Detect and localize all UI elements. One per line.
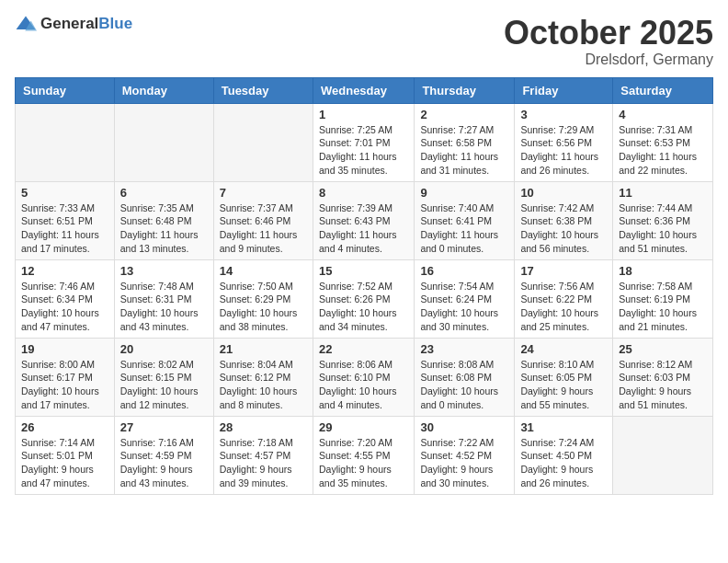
day-info: Sunrise: 8:02 AM Sunset: 6:15 PM Dayligh… — [120, 358, 208, 412]
day-number: 21 — [220, 342, 307, 356]
day-number: 11 — [619, 186, 707, 200]
day-number: 24 — [520, 342, 607, 356]
day-number: 15 — [319, 264, 408, 278]
day-info: Sunrise: 7:25 AM Sunset: 7:01 PM Dayligh… — [319, 123, 408, 178]
day-number: 20 — [120, 342, 208, 356]
cell-week2-day2: 7Sunrise: 7:37 AM Sunset: 6:46 PM Daylig… — [213, 181, 313, 259]
day-info: Sunrise: 8:04 AM Sunset: 6:12 PM Dayligh… — [220, 358, 307, 412]
calendar-table: Sunday Monday Tuesday Wednesday Thursday… — [15, 77, 713, 495]
cell-week4-day2: 21Sunrise: 8:04 AM Sunset: 6:12 PM Dayli… — [213, 338, 313, 416]
cell-week5-day6 — [613, 416, 713, 494]
day-info: Sunrise: 8:10 AM Sunset: 6:05 PM Dayligh… — [520, 358, 607, 412]
day-info: Sunrise: 7:42 AM Sunset: 6:38 PM Dayligh… — [520, 201, 607, 256]
cell-week1-day2 — [213, 103, 313, 181]
day-number: 13 — [120, 264, 208, 278]
week-row-4: 19Sunrise: 8:00 AM Sunset: 6:17 PM Dayli… — [16, 338, 713, 416]
cell-week5-day3: 29Sunrise: 7:20 AM Sunset: 4:55 PM Dayli… — [313, 416, 414, 494]
logo-text: GeneralBlue — [40, 16, 132, 33]
cell-week2-day5: 10Sunrise: 7:42 AM Sunset: 6:38 PM Dayli… — [515, 181, 613, 259]
cell-week1-day1 — [114, 103, 213, 181]
day-info: Sunrise: 7:44 AM Sunset: 6:36 PM Dayligh… — [619, 201, 707, 256]
day-info: Sunrise: 7:22 AM Sunset: 4:52 PM Dayligh… — [420, 436, 508, 490]
day-info: Sunrise: 7:20 AM Sunset: 4:55 PM Dayligh… — [319, 436, 408, 490]
day-number: 19 — [21, 342, 108, 356]
day-info: Sunrise: 7:52 AM Sunset: 6:26 PM Dayligh… — [319, 280, 408, 334]
day-info: Sunrise: 8:00 AM Sunset: 6:17 PM Dayligh… — [21, 358, 108, 412]
cell-week3-day5: 17Sunrise: 7:56 AM Sunset: 6:22 PM Dayli… — [515, 259, 613, 338]
day-number: 29 — [319, 420, 408, 434]
location-title: Drelsdorf, Germany — [504, 52, 713, 68]
cell-week1-day6: 4Sunrise: 7:31 AM Sunset: 6:53 PM Daylig… — [613, 103, 713, 181]
day-info: Sunrise: 7:16 AM Sunset: 4:59 PM Dayligh… — [120, 436, 208, 490]
day-info: Sunrise: 7:18 AM Sunset: 4:57 PM Dayligh… — [220, 436, 307, 490]
day-number: 12 — [21, 264, 108, 278]
cell-week5-day2: 28Sunrise: 7:18 AM Sunset: 4:57 PM Dayli… — [213, 416, 313, 494]
day-number: 23 — [420, 342, 508, 356]
day-number: 1 — [319, 108, 408, 121]
day-info: Sunrise: 7:40 AM Sunset: 6:41 PM Dayligh… — [420, 201, 508, 256]
day-number: 27 — [120, 420, 208, 434]
day-info: Sunrise: 7:31 AM Sunset: 6:53 PM Dayligh… — [619, 123, 707, 178]
day-info: Sunrise: 8:12 AM Sunset: 6:03 PM Dayligh… — [619, 358, 707, 412]
day-info: Sunrise: 7:48 AM Sunset: 6:31 PM Dayligh… — [120, 280, 208, 334]
day-number: 9 — [420, 186, 508, 200]
day-number: 4 — [619, 108, 707, 121]
logo: GeneralBlue — [15, 15, 132, 33]
cell-week4-day6: 25Sunrise: 8:12 AM Sunset: 6:03 PM Dayli… — [613, 338, 713, 416]
cell-week2-day6: 11Sunrise: 7:44 AM Sunset: 6:36 PM Dayli… — [613, 181, 713, 259]
day-info: Sunrise: 7:29 AM Sunset: 6:56 PM Dayligh… — [520, 123, 607, 178]
header-saturday: Saturday — [613, 77, 713, 103]
cell-week3-day1: 13Sunrise: 7:48 AM Sunset: 6:31 PM Dayli… — [114, 259, 213, 338]
logo-blue: Blue — [98, 15, 132, 32]
day-info: Sunrise: 8:06 AM Sunset: 6:10 PM Dayligh… — [319, 358, 408, 412]
cell-week5-day5: 31Sunrise: 7:24 AM Sunset: 4:50 PM Dayli… — [515, 416, 613, 494]
cell-week4-day4: 23Sunrise: 8:08 AM Sunset: 6:08 PM Dayli… — [415, 338, 515, 416]
cell-week5-day1: 27Sunrise: 7:16 AM Sunset: 4:59 PM Dayli… — [114, 416, 213, 494]
cell-week1-day5: 3Sunrise: 7:29 AM Sunset: 6:56 PM Daylig… — [515, 103, 613, 181]
title-area: October 2025 Drelsdorf, Germany — [504, 15, 713, 68]
day-info: Sunrise: 8:08 AM Sunset: 6:08 PM Dayligh… — [420, 358, 508, 412]
week-row-2: 5Sunrise: 7:33 AM Sunset: 6:51 PM Daylig… — [16, 181, 713, 259]
cell-week3-day4: 16Sunrise: 7:54 AM Sunset: 6:24 PM Dayli… — [415, 259, 515, 338]
day-number: 7 — [220, 186, 307, 200]
day-info: Sunrise: 7:54 AM Sunset: 6:24 PM Dayligh… — [420, 280, 508, 334]
calendar-body: 1Sunrise: 7:25 AM Sunset: 7:01 PM Daylig… — [16, 103, 713, 494]
day-number: 18 — [619, 264, 707, 278]
day-number: 16 — [420, 264, 508, 278]
day-number: 31 — [520, 420, 607, 434]
header-tuesday: Tuesday — [213, 77, 313, 103]
day-number: 6 — [120, 186, 208, 200]
day-number: 5 — [21, 186, 108, 200]
cell-week3-day0: 12Sunrise: 7:46 AM Sunset: 6:34 PM Dayli… — [16, 259, 115, 338]
day-info: Sunrise: 7:37 AM Sunset: 6:46 PM Dayligh… — [220, 201, 307, 256]
cell-week3-day6: 18Sunrise: 7:58 AM Sunset: 6:19 PM Dayli… — [613, 259, 713, 338]
cell-week2-day1: 6Sunrise: 7:35 AM Sunset: 6:48 PM Daylig… — [114, 181, 213, 259]
cell-week2-day4: 9Sunrise: 7:40 AM Sunset: 6:41 PM Daylig… — [415, 181, 515, 259]
header-monday: Monday — [114, 77, 213, 103]
cell-week5-day4: 30Sunrise: 7:22 AM Sunset: 4:52 PM Dayli… — [415, 416, 515, 494]
weekday-header-row: Sunday Monday Tuesday Wednesday Thursday… — [16, 77, 713, 103]
cell-week1-day3: 1Sunrise: 7:25 AM Sunset: 7:01 PM Daylig… — [313, 103, 414, 181]
day-number: 14 — [220, 264, 307, 278]
day-number: 30 — [420, 420, 508, 434]
cell-week2-day0: 5Sunrise: 7:33 AM Sunset: 6:51 PM Daylig… — [16, 181, 115, 259]
cell-week3-day2: 14Sunrise: 7:50 AM Sunset: 6:29 PM Dayli… — [213, 259, 313, 338]
week-row-1: 1Sunrise: 7:25 AM Sunset: 7:01 PM Daylig… — [16, 103, 713, 181]
logo-icon — [15, 15, 37, 33]
day-number: 22 — [319, 342, 408, 356]
day-info: Sunrise: 7:33 AM Sunset: 6:51 PM Dayligh… — [21, 201, 108, 256]
cell-week4-day0: 19Sunrise: 8:00 AM Sunset: 6:17 PM Dayli… — [16, 338, 115, 416]
header: GeneralBlue October 2025 Drelsdorf, Germ… — [15, 15, 713, 68]
day-number: 28 — [220, 420, 307, 434]
cell-week4-day3: 22Sunrise: 8:06 AM Sunset: 6:10 PM Dayli… — [313, 338, 414, 416]
day-info: Sunrise: 7:14 AM Sunset: 5:01 PM Dayligh… — [21, 436, 108, 490]
day-info: Sunrise: 7:58 AM Sunset: 6:19 PM Dayligh… — [619, 280, 707, 334]
day-number: 10 — [520, 186, 607, 200]
day-info: Sunrise: 7:35 AM Sunset: 6:48 PM Dayligh… — [120, 201, 208, 256]
day-info: Sunrise: 7:24 AM Sunset: 4:50 PM Dayligh… — [520, 436, 607, 490]
day-info: Sunrise: 7:50 AM Sunset: 6:29 PM Dayligh… — [220, 280, 307, 334]
cell-week4-day1: 20Sunrise: 8:02 AM Sunset: 6:15 PM Dayli… — [114, 338, 213, 416]
month-title: October 2025 — [504, 15, 713, 52]
day-info: Sunrise: 7:56 AM Sunset: 6:22 PM Dayligh… — [520, 280, 607, 334]
cell-week5-day0: 26Sunrise: 7:14 AM Sunset: 5:01 PM Dayli… — [16, 416, 115, 494]
